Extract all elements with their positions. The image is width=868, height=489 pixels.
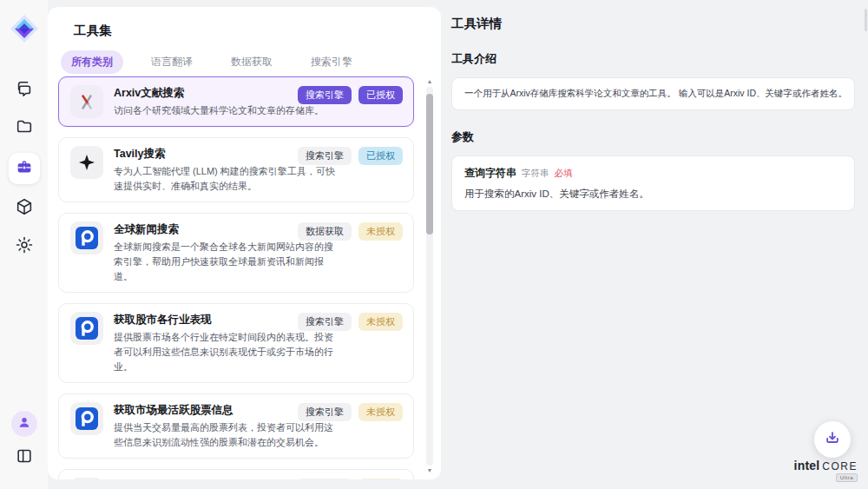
params-label: 参数 (451, 129, 855, 145)
tool-card[interactable]: Arxiv文献搜索访问各个研究领域大量科学论文和文章的存储库。搜索引擎已授权 (58, 76, 414, 127)
tool-category-badge: 搜索引擎 (298, 313, 352, 331)
intro-label: 工具介绍 (451, 51, 855, 67)
tab-所有类别[interactable]: 所有类别 (61, 50, 123, 74)
user-avatar[interactable] (11, 411, 37, 437)
tool-list-panel: 工具集 所有类别语言翻译数据获取搜索引擎 Arxiv文献搜索访问各个研究领域大量… (48, 7, 441, 479)
globe-news-icon (70, 312, 103, 345)
param-type: 字符串 (522, 168, 549, 180)
app-logo-icon (10, 14, 39, 43)
download-icon (824, 429, 841, 450)
download-button[interactable] (814, 421, 851, 458)
tool-category-badge: 搜索引擎 (298, 403, 352, 421)
sidebar-item-chat[interactable] (9, 75, 40, 106)
detail-scrollbar[interactable] (865, 9, 867, 31)
sidebar-item-gear[interactable] (9, 231, 40, 262)
tab-语言翻译[interactable]: 语言翻译 (141, 50, 203, 74)
user-icon (16, 414, 32, 433)
intel-core-logo: intel CORE Ultra (794, 459, 858, 482)
tool-auth-badge: 未授权 (358, 313, 403, 331)
newspaper-icon (70, 478, 103, 479)
param-required-flag: 必填 (555, 168, 573, 180)
brand-core-text: CORE (822, 460, 858, 472)
brand-intel-text: intel (794, 459, 820, 472)
tool-description: 专为人工智能代理 (LLM) 构建的搜索引擎工具，可快速提供实时、准确和真实的结… (114, 164, 341, 194)
columns-icon (15, 446, 34, 469)
sidebar-item-cube[interactable] (9, 193, 40, 224)
tool-card[interactable]: 万维地区新闻查询查询具体行政区划内的新闻，快速了解各地新闻动搜索引擎未授权 (58, 469, 414, 479)
tool-card[interactable]: Tavily搜索专为人工智能代理 (LLM) 构建的搜索引擎工具，可快速提供实时… (58, 137, 414, 202)
tab-搜索引擎[interactable]: 搜索引擎 (300, 50, 363, 74)
sparkle-icon (70, 146, 103, 179)
scroll-thumb[interactable] (426, 94, 433, 235)
category-tabs: 所有类别语言翻译数据获取搜索引擎 (61, 50, 441, 74)
tool-auth-badge: 未授权 (358, 403, 403, 421)
brand-ultra-badge: Ultra (836, 473, 858, 482)
tool-auth-badge: 已授权 (358, 86, 403, 104)
tool-category-badge: 搜索引擎 (298, 86, 352, 104)
tab-数据获取[interactable]: 数据获取 (220, 50, 283, 74)
tool-intro-text: 一个用于从Arxiv存储库搜索科学论文和文章的工具。 输入可以是Arxiv ID… (464, 88, 842, 100)
sidebar-item-folder[interactable] (9, 113, 40, 144)
toolbox-icon (15, 157, 34, 180)
param-name: 查询字符串 (464, 166, 516, 181)
tool-description: 提供股票市场各个行业在特定时间段内的表现。投资者可以利用这些信息来识别表现优于或… (114, 330, 341, 374)
page-title: 工具集 (48, 7, 441, 39)
list-scrollbar[interactable]: ▲ ▼ (425, 78, 434, 474)
tool-card[interactable]: 获取股市各行业表现提供股票市场各个行业在特定时间段内的表现。投资者可以利用这些信… (58, 303, 414, 383)
tool-description: 全球新闻搜索是一个聚合全球各大新闻网站内容的搜索引擎，帮助用户快速获取全球最新资… (114, 240, 341, 284)
tool-auth-badge: 未授权 (358, 479, 403, 479)
param-description: 用于搜索的Arxiv ID、关键字或作者姓名。 (464, 188, 842, 201)
tool-auth-badge: 未授权 (358, 222, 403, 241)
scroll-up-arrow[interactable]: ▲ (425, 78, 434, 85)
tool-card[interactable]: 全球新闻搜索全球新闻搜索是一个聚合全球各大新闻网站内容的搜索引擎，帮助用户快速获… (58, 213, 414, 293)
tool-category-badge: 搜索引擎 (298, 147, 352, 165)
scroll-down-arrow[interactable]: ▼ (425, 467, 434, 474)
tool-auth-badge: 已授权 (358, 147, 403, 165)
tool-list: Arxiv文献搜索访问各个研究领域大量科学论文和文章的存储库。搜索引擎已授权Ta… (58, 76, 414, 479)
tool-category-badge: 数据获取 (298, 222, 352, 241)
folder-icon (15, 117, 34, 140)
tool-description: 提供当天交易量最高的股票列表，投资者可以利用这些信息来识别流动性强的股票和潜在的… (114, 420, 341, 450)
sidebar-item-toolbox[interactable] (9, 153, 40, 184)
tool-description: 访问各个研究领域大量科学论文和文章的存储库。 (114, 103, 341, 118)
gear-icon (15, 235, 34, 258)
arxiv-icon (70, 85, 103, 118)
globe-news-icon (70, 402, 103, 435)
chat-icon (15, 79, 34, 102)
sidebar-item-columns[interactable] (9, 442, 40, 473)
tool-category-badge: 搜索引擎 (298, 479, 352, 479)
globe-news-icon (70, 221, 103, 254)
detail-title: 工具详情 (451, 16, 855, 32)
cube-icon (15, 197, 34, 220)
sidebar (0, 0, 48, 489)
tool-card[interactable]: 获取市场最活跃股票信息提供当天交易量最高的股票列表，投资者可以利用这些信息来识别… (58, 393, 414, 459)
tool-detail-panel: 工具详情 工具介绍 一个用于从Arxiv存储库搜索科学论文和文章的工具。 输入可… (441, 0, 868, 489)
